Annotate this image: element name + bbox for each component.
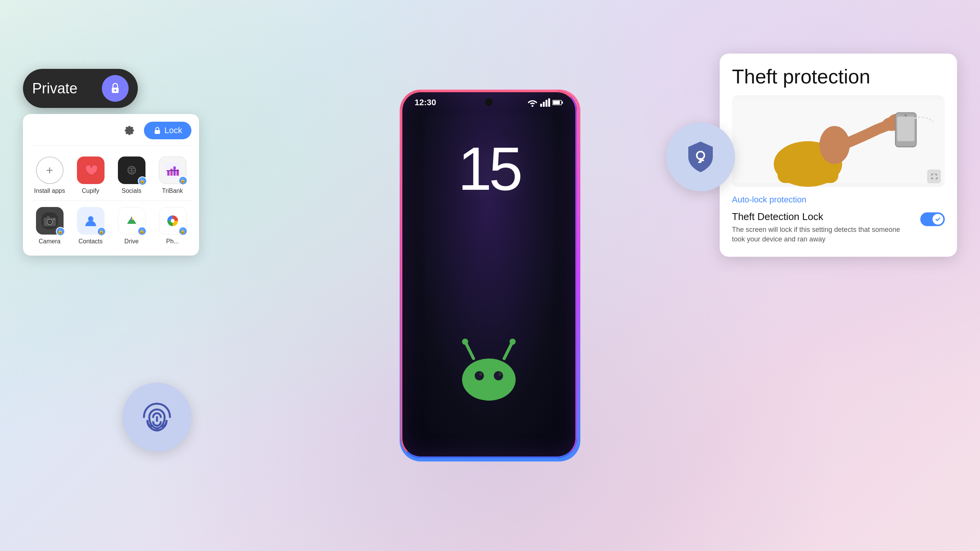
install-apps-label: Install apps — [34, 187, 65, 194]
svg-rect-6 — [553, 101, 560, 104]
private-lock-icon — [102, 75, 129, 102]
app-item-camera[interactable]: 🔒 Camera — [31, 204, 69, 248]
svg-rect-49 — [897, 117, 915, 142]
svg-point-50 — [905, 114, 907, 117]
detection-lock-title: Theft Detection Lock — [732, 211, 914, 223]
svg-line-8 — [466, 343, 474, 359]
privacy-badge-socials: 🔒 — [138, 176, 147, 186]
svg-rect-32 — [47, 216, 50, 218]
contacts-label: Contacts — [78, 238, 103, 245]
status-icons — [527, 98, 563, 107]
detection-lock-text: Theft Detection Lock The screen will loc… — [732, 211, 914, 244]
lock-screen-clock: 15 — [401, 138, 577, 199]
svg-point-14 — [494, 371, 503, 380]
socials-icon: 🔒 — [118, 156, 145, 184]
tribank-label: TriBank — [162, 187, 183, 194]
svg-point-13 — [475, 371, 484, 380]
app-item-tribank[interactable]: 🔒 TriBank — [154, 153, 191, 197]
theft-protection-card: Theft protection — [720, 54, 957, 257]
phone-screen: 12:30 — [401, 91, 577, 458]
app-grid-row1: + Install apps Cupify — [31, 153, 191, 197]
photos-icon: 🔒 — [159, 207, 186, 235]
cupify-icon — [77, 156, 105, 184]
app-grid-row2: 🔒 Camera 🔒 Contacts — [31, 204, 191, 248]
svg-point-35 — [88, 216, 93, 222]
tribank-icon: 🔒 — [159, 156, 186, 184]
settings-icon-button[interactable] — [121, 122, 138, 139]
cupify-label: Cupify — [82, 187, 99, 194]
app-grid-panel: Lock + Install apps Cupify — [23, 114, 199, 256]
front-camera — [485, 98, 493, 106]
contacts-icon: 🔒 — [77, 207, 105, 235]
privacy-badge-tribank: 🔒 — [178, 176, 188, 185]
svg-rect-23 — [167, 171, 170, 176]
svg-rect-3 — [546, 100, 547, 107]
app-item-cupify[interactable]: Cupify — [72, 153, 109, 197]
socials-label: Socials — [122, 187, 142, 194]
photos-label: Ph... — [166, 238, 179, 245]
drive-icon: 🔒 — [118, 207, 145, 235]
battery-icon — [552, 99, 563, 106]
svg-point-33 — [53, 218, 55, 220]
app-item-install[interactable]: + Install apps — [31, 153, 69, 197]
auto-lock-label: Auto-lock protection — [732, 195, 945, 205]
theft-detection-toggle[interactable] — [920, 212, 945, 226]
app-item-drive[interactable]: 🔒 Drive — [113, 204, 150, 248]
status-time: 12:30 — [415, 98, 436, 108]
svg-rect-42 — [698, 161, 701, 163]
toggle-knob — [933, 214, 943, 225]
theft-illustration-svg — [732, 95, 945, 187]
app-item-contacts[interactable]: 🔒 Contacts — [72, 204, 109, 248]
svg-line-10 — [504, 343, 512, 359]
shield-key-icon — [681, 138, 720, 176]
svg-point-0 — [532, 105, 534, 107]
svg-rect-24 — [170, 169, 173, 176]
svg-point-18 — [114, 90, 116, 91]
svg-rect-4 — [548, 98, 550, 107]
svg-rect-2 — [543, 102, 545, 107]
image-expand-icon — [927, 170, 941, 183]
right-panel: Theft protection — [720, 54, 957, 257]
private-mode-toggle[interactable]: Private — [23, 69, 138, 108]
phone-device: 12:30 — [401, 91, 579, 460]
svg-point-16 — [498, 373, 501, 376]
fingerprint-bubble — [122, 383, 191, 452]
svg-point-38 — [171, 219, 175, 223]
privacy-badge-camera: 🔒 — [56, 227, 65, 236]
svg-rect-1 — [540, 104, 542, 107]
android-mascot — [439, 328, 539, 404]
privacy-badge-photos: 🔒 — [178, 227, 188, 236]
privacy-badge-drive: 🔒 — [137, 227, 147, 236]
fingerprint-icon — [140, 400, 174, 434]
camera-label: Camera — [39, 238, 60, 245]
app-item-socials[interactable]: 🔒 Socials — [113, 153, 150, 197]
svg-point-31 — [48, 220, 51, 223]
wifi-icon — [527, 98, 538, 107]
app-grid-divider — [31, 201, 191, 201]
theft-protection-title: Theft protection — [732, 66, 945, 88]
detection-lock-row: Theft Detection Lock The screen will loc… — [732, 211, 945, 244]
shield-bubble — [666, 122, 735, 191]
private-label: Private — [32, 80, 94, 97]
signal-icon — [540, 98, 550, 107]
svg-point-11 — [510, 339, 516, 345]
drive-label: Drive — [124, 238, 139, 245]
plus-icon: + — [46, 163, 53, 178]
svg-rect-19 — [155, 130, 160, 134]
lock-button[interactable]: Lock — [144, 122, 191, 139]
app-grid-header: Lock — [31, 122, 191, 146]
svg-point-9 — [462, 339, 468, 345]
install-apps-icon: + — [36, 156, 64, 184]
left-panel: Private Lock — [23, 69, 199, 256]
svg-rect-27 — [167, 170, 179, 171]
detection-lock-description: The screen will lock if this setting det… — [732, 225, 914, 244]
svg-rect-41 — [702, 160, 704, 161]
privacy-badge-contacts: 🔒 — [97, 227, 106, 236]
theft-illustration-container — [732, 95, 945, 187]
svg-rect-12 — [462, 359, 516, 401]
svg-rect-7 — [562, 101, 563, 104]
svg-point-15 — [479, 373, 482, 376]
app-item-photos[interactable]: 🔒 Ph... — [154, 204, 191, 248]
camera-icon: 🔒 — [36, 207, 64, 235]
lock-button-label: Lock — [165, 126, 182, 135]
